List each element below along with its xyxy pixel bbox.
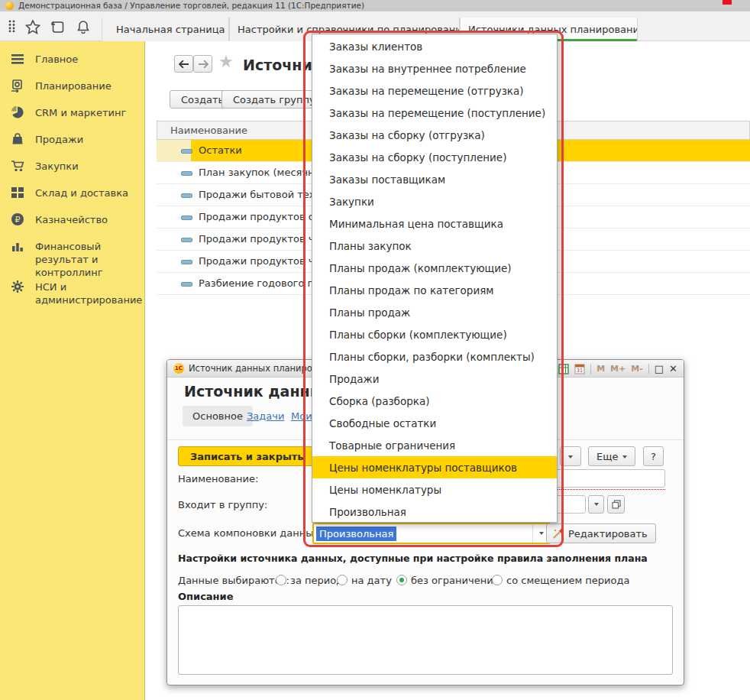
sidebar-item-label: Планирование [35, 79, 137, 92]
description-label: Описание [178, 591, 234, 602]
item-icon [181, 216, 192, 220]
dropdown-item[interactable]: Сборка (разборка) [312, 390, 557, 412]
window-close-button[interactable] [723, 0, 732, 5]
dropdown-item[interactable]: Планы продаж (комплектующие) [312, 257, 557, 279]
tab-tasks[interactable]: Задачи [247, 410, 284, 422]
save-close-button[interactable]: Записать и закрыть [178, 446, 315, 466]
memory-plus-button[interactable]: M+ [610, 364, 626, 374]
choose-from-list-icon [612, 500, 621, 509]
sidebar-item-label: Закупки [35, 160, 137, 173]
cart-icon [11, 159, 24, 173]
1c-logo-icon: 1С [173, 363, 184, 374]
item-icon [181, 238, 192, 242]
radio-period[interactable] [276, 575, 286, 585]
chevron-down-icon [568, 455, 573, 459]
radio-date-label[interactable]: на дату [351, 575, 392, 586]
radio-period-label[interactable]: за период [290, 575, 343, 586]
dropdown-item[interactable]: Свободные остатки [312, 412, 557, 434]
dropdown-item-highlighted[interactable]: Цены номенклатуры поставщиков [312, 456, 557, 478]
maximize-icon[interactable]: □ [655, 363, 664, 374]
description-textarea[interactable] [178, 605, 673, 675]
service-menu-icon[interactable] [7, 20, 19, 32]
group-choose-button[interactable] [607, 495, 625, 514]
forward-arrow-icon [198, 60, 209, 68]
favorites-star-icon[interactable] [25, 20, 40, 34]
menu-icon [11, 52, 24, 66]
forward-button[interactable] [193, 55, 212, 73]
group-dropdown-button[interactable] [588, 495, 604, 514]
dropdown-item[interactable]: Заказы поставщикам [312, 168, 557, 190]
dropdown-item[interactable]: Заказы клиентов [312, 35, 557, 57]
dropdown-item[interactable]: Заказы на сборку (отгрузка) [312, 124, 557, 146]
chevron-down-icon [622, 455, 627, 459]
name-label: Наименование: [178, 473, 258, 484]
dropdown-item[interactable]: Произвольная [312, 501, 557, 523]
item-icon [181, 171, 192, 176]
history-scroll-icon[interactable] [50, 20, 65, 34]
dropdown-item[interactable]: Товарные ограничения [312, 434, 557, 456]
bag-icon [11, 132, 24, 146]
dropdown-item[interactable]: Планы сборки, разборки (комплекты) [312, 345, 557, 368]
dcs-label: Схема компоновки данных: [178, 527, 323, 539]
more-button[interactable]: Еще [588, 446, 635, 466]
1c-logo-icon [5, 2, 14, 10]
favorite-star-icon[interactable]: ★ [218, 52, 234, 71]
item-icon [181, 193, 192, 198]
edit-dcs-button[interactable]: Редактировать [546, 523, 656, 543]
dropdown-item[interactable]: Заказы на перемещение (отгрузка) [312, 79, 557, 102]
sidebar-item-label: Казначейство [35, 213, 137, 226]
radio-no-limit[interactable] [396, 575, 407, 585]
dropdown-item[interactable]: Цены номенклатуры [312, 478, 557, 501]
bar-chart-icon [11, 239, 24, 253]
group-label: Входит в группу: [178, 499, 267, 510]
radio-no-limit-label[interactable]: без ограничения [411, 575, 499, 586]
sidebar-item-label: Финансовый результат и контроллинг [35, 240, 137, 279]
settings-heading: Настройки источника данных, доступные пр… [178, 553, 648, 564]
radio-period-shift[interactable] [492, 575, 503, 585]
back-button[interactable] [174, 55, 193, 73]
magic-wand-icon [551, 527, 564, 540]
dcs-dropdown-list: Заказы клиентов Заказы на внутреннее пот… [312, 34, 558, 523]
item-icon [181, 282, 192, 287]
item-icon [181, 149, 192, 154]
sidebar-item-label: Продажи [35, 133, 137, 146]
chevron-down-icon [594, 503, 599, 506]
dcs-combobox[interactable]: Произвольная [312, 523, 551, 544]
dropdown-item[interactable]: Планы продаж по категориям [312, 279, 557, 301]
split-dropdown-button[interactable] [560, 446, 581, 466]
app-titlebar: Демонстрационная база / Управление торго… [0, 0, 750, 11]
dropdown-item[interactable]: Заказы на сборку (поступление) [312, 146, 557, 168]
gear-icon [11, 280, 24, 293]
chevron-down-icon [539, 532, 544, 535]
sidebar-item-label: Склад и доставка [35, 186, 137, 199]
dropdown-item[interactable]: Закупки [312, 190, 557, 212]
memory-minus-button[interactable]: M- [631, 364, 643, 374]
spreadsheet-icon[interactable] [558, 364, 569, 374]
boxes-icon [11, 186, 24, 199]
app-window: Демонстрационная база / Управление торго… [0, 0, 750, 700]
dropdown-item[interactable]: Планы закупок [312, 235, 557, 257]
help-button[interactable]: ? [643, 446, 664, 466]
item-icon [181, 260, 192, 264]
tab-main[interactable]: Основное [183, 406, 253, 426]
tab-home[interactable]: Начальная страница [102, 18, 229, 41]
pie-chart-icon [11, 105, 24, 119]
separator [648, 364, 649, 374]
notifications-bell-icon[interactable] [76, 20, 90, 34]
planning-icon [11, 79, 24, 92]
radio-date[interactable] [337, 575, 348, 585]
sidebar-item-label: Главное [35, 53, 137, 66]
dropdown-item[interactable]: Планы сборки (комплектующие) [312, 323, 557, 345]
dropdown-item[interactable]: Заказы на внутреннее потребление [312, 57, 557, 79]
dropdown-item[interactable]: Планы продаж [312, 301, 557, 323]
svg-text:31: 31 [577, 368, 583, 374]
calendar-icon[interactable]: 31 [574, 364, 585, 374]
dialog-window-controls: 31 M M+ M- □ ✕ [558, 360, 677, 378]
dropdown-item[interactable]: Заказы на перемещение (поступление) [312, 102, 557, 124]
memory-button[interactable]: M [596, 364, 605, 374]
radio-period-shift-label[interactable]: со смещением периода [506, 575, 629, 586]
close-icon[interactable]: ✕ [669, 363, 677, 374]
dcs-selected-value: Произвольная [316, 527, 396, 541]
dropdown-item[interactable]: Продажи [312, 368, 557, 390]
dropdown-item[interactable]: Минимальная цена поставщика [312, 212, 557, 235]
